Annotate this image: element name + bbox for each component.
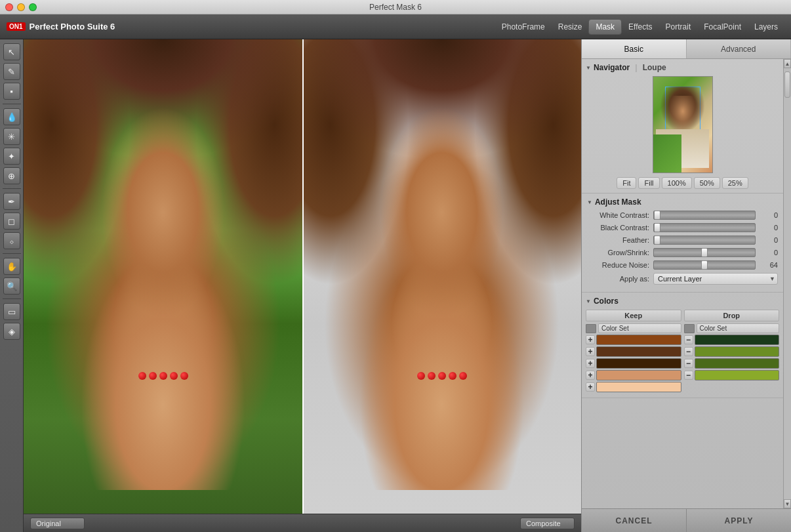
keep-add-2[interactable]: +: [586, 359, 595, 368]
drop-color-set-row: Color Set: [684, 323, 780, 333]
black-contrast-slider[interactable]: [653, 223, 756, 232]
keep-add-0[interactable]: +: [586, 335, 595, 344]
navigator-title: Navigator: [594, 63, 630, 72]
white-contrast-row: White Contrast: 0: [587, 211, 778, 220]
drop-bar-row-3: −: [684, 370, 780, 380]
canvas-divider[interactable]: [302, 39, 304, 514]
grow-shrink-row: Grow/Shrink: 0: [587, 248, 778, 257]
keep-add-4[interactable]: +: [586, 382, 595, 392]
menu-layers[interactable]: Layers: [748, 20, 784, 34]
panel-scrollbar[interactable]: ▲ ▼: [783, 59, 791, 508]
menubar: ON1 Perfect Photo Suite 6 PhotoFrame Res…: [0, 14, 791, 39]
keep-bar-row-3: +: [586, 370, 681, 380]
app-name: Perfect Photo Suite 6: [30, 22, 115, 31]
app-logo: ON1 Perfect Photo Suite 6: [7, 22, 115, 31]
scroll-thumb[interactable]: [784, 72, 790, 98]
drop-remove-3[interactable]: −: [684, 371, 693, 380]
scroll-down-arrow[interactable]: ▼: [784, 499, 791, 508]
adjust-mask-section: ▼ Adjust Mask White Contrast: 0 Black Co…: [582, 194, 783, 293]
panel-bottom: CANCEL APPLY: [582, 508, 791, 532]
loupe-link[interactable]: Loupe: [643, 63, 666, 72]
scroll-up-arrow[interactable]: ▲: [784, 59, 791, 68]
drop-remove-1[interactable]: −: [684, 347, 693, 356]
reduce-noise-slider[interactable]: [653, 260, 756, 270]
keep-column: Keep Color Set +: [586, 310, 681, 394]
tool-pen[interactable]: ✒: [3, 193, 20, 210]
left-view-select[interactable]: Original Composite Mask: [30, 518, 85, 529]
grow-shrink-thumb[interactable]: [701, 248, 708, 257]
reduce-noise-row: Reduce Noise: 64: [587, 260, 778, 270]
thumb-face: [665, 96, 700, 134]
right-panel: Basic Advanced ▼ Navigator | Loupe: [581, 39, 791, 532]
navigator-header: ▼ Navigator | Loupe: [586, 63, 779, 72]
scroll-track: [784, 68, 791, 499]
tool-paint[interactable]: ▪: [3, 83, 20, 100]
tab-basic[interactable]: Basic: [582, 39, 687, 58]
tool-zoom[interactable]: 🔍: [3, 277, 20, 295]
navigator-zoom-buttons: Fit Fill 100% 50% 25%: [586, 177, 779, 189]
keep-bar-row-2: +: [586, 358, 681, 369]
tool-select[interactable]: ↖: [3, 43, 20, 60]
keep-bar-4: [596, 382, 681, 392]
menu-focalpoint[interactable]: FocalPoint: [697, 20, 748, 34]
face-overlay-right: [344, 63, 540, 490]
tool-rect[interactable]: ▭: [3, 303, 20, 320]
zoom-100[interactable]: 100%: [662, 177, 692, 189]
tool-zoomplus[interactable]: ⊕: [3, 167, 20, 184]
grow-shrink-slider[interactable]: [653, 248, 756, 257]
close-button[interactable]: [5, 3, 13, 11]
tool-color[interactable]: ◈: [3, 323, 20, 340]
zoom-25[interactable]: 25%: [722, 177, 748, 189]
menu-mask[interactable]: Mask: [588, 19, 622, 35]
tool-brush[interactable]: ✎: [3, 63, 20, 80]
feather-thumb[interactable]: [654, 235, 660, 245]
tool-spray[interactable]: ✳: [3, 128, 20, 145]
drop-column: Drop Color Set −: [684, 310, 780, 394]
drop-color-set-label[interactable]: Color Set: [697, 323, 780, 333]
drop-header: Drop: [684, 310, 780, 321]
white-contrast-slider[interactable]: [653, 211, 756, 220]
menu-portrait[interactable]: Portrait: [659, 20, 698, 34]
tool-magic[interactable]: ✦: [3, 148, 20, 165]
colors-arrow[interactable]: ▼: [586, 298, 591, 304]
navigator-thumbnail: [653, 76, 713, 173]
zoom-50[interactable]: 50%: [694, 177, 720, 189]
zoom-fill[interactable]: Fill: [638, 177, 659, 189]
menu-resize[interactable]: Resize: [552, 20, 589, 34]
keep-header: Keep: [586, 310, 681, 321]
right-view-select[interactable]: Composite Original Mask: [520, 518, 575, 529]
keep-bar-3: [596, 370, 681, 380]
tool-fill[interactable]: ⬦: [3, 232, 20, 249]
drop-remove-0[interactable]: −: [684, 335, 693, 344]
black-contrast-thumb[interactable]: [654, 223, 660, 232]
keep-bar-row-0: +: [586, 335, 681, 345]
apply-as-select[interactable]: Current Layer New Layer Mask: [653, 273, 778, 285]
keep-bar-row-4: +: [586, 382, 681, 392]
menu-effects[interactable]: Effects: [622, 20, 659, 34]
cancel-button[interactable]: CANCEL: [582, 509, 687, 532]
necklace-right: [372, 357, 512, 395]
apply-as-select-wrap: Current Layer New Layer Mask ▼: [653, 273, 778, 285]
reduce-noise-thumb[interactable]: [701, 260, 708, 270]
bead: [180, 372, 188, 380]
zoom-fit[interactable]: Fit: [617, 177, 636, 189]
bead: [438, 372, 446, 380]
menu-photoframe[interactable]: PhotoFrame: [495, 20, 552, 34]
drop-remove-2[interactable]: −: [684, 359, 693, 368]
white-contrast-thumb[interactable]: [654, 211, 660, 220]
navigator-arrow[interactable]: ▼: [586, 65, 591, 71]
keep-add-3[interactable]: +: [586, 371, 595, 380]
panel-content: ▼ Navigator | Loupe: [582, 59, 783, 508]
adjust-mask-arrow[interactable]: ▼: [587, 199, 592, 205]
tool-eraser[interactable]: ◻: [3, 213, 20, 230]
tool-eyedrop[interactable]: 💧: [3, 108, 20, 125]
feather-slider[interactable]: [653, 235, 756, 245]
black-contrast-row: Black Contrast: 0: [587, 223, 778, 232]
keep-color-set-label[interactable]: Color Set: [598, 323, 681, 333]
minimize-button[interactable]: [17, 3, 25, 11]
apply-button[interactable]: APPLY: [687, 509, 791, 532]
tab-advanced[interactable]: Advanced: [687, 39, 792, 58]
tool-pan[interactable]: ✋: [3, 258, 20, 275]
maximize-button[interactable]: [29, 3, 37, 11]
keep-add-1[interactable]: +: [586, 347, 595, 356]
